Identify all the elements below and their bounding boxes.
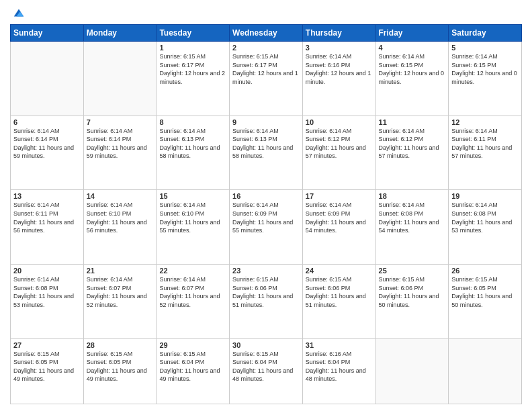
day-number: 9 xyxy=(232,118,300,126)
calendar-cell: 7Sunrise: 6:14 AM Sunset: 6:14 PM Daylig… xyxy=(83,116,157,190)
calendar-cell xyxy=(449,338,522,404)
day-number: 28 xyxy=(87,341,154,349)
logo xyxy=(10,7,25,19)
weekday-header-sunday: Sunday xyxy=(11,25,84,42)
day-info: Sunrise: 6:15 AM Sunset: 6:17 PM Dayligh… xyxy=(159,52,226,86)
calendar-cell: 23Sunrise: 6:15 AM Sunset: 6:06 PM Dayli… xyxy=(230,264,303,338)
calendar-cell: 22Sunrise: 6:14 AM Sunset: 6:07 PM Dayli… xyxy=(157,264,230,338)
day-info: Sunrise: 6:14 AM Sunset: 6:14 PM Dayligh… xyxy=(13,127,81,161)
day-info: Sunrise: 6:15 AM Sunset: 6:06 PM Dayligh… xyxy=(232,275,300,309)
calendar-cell: 1Sunrise: 6:15 AM Sunset: 6:17 PM Daylig… xyxy=(157,42,230,116)
day-number: 24 xyxy=(306,267,373,275)
day-info: Sunrise: 6:15 AM Sunset: 6:04 PM Dayligh… xyxy=(232,350,300,383)
weekday-header-friday: Friday xyxy=(375,25,449,42)
day-info: Sunrise: 6:14 AM Sunset: 6:08 PM Dayligh… xyxy=(451,201,519,234)
day-number: 3 xyxy=(306,44,373,52)
day-info: Sunrise: 6:14 AM Sunset: 6:10 PM Dayligh… xyxy=(159,201,226,234)
day-number: 29 xyxy=(159,341,226,349)
day-info: Sunrise: 6:15 AM Sunset: 6:05 PM Dayligh… xyxy=(87,350,154,383)
day-info: Sunrise: 6:14 AM Sunset: 6:10 PM Dayligh… xyxy=(87,201,154,234)
day-info: Sunrise: 6:14 AM Sunset: 6:14 PM Dayligh… xyxy=(87,127,154,161)
day-info: Sunrise: 6:15 AM Sunset: 6:04 PM Dayligh… xyxy=(159,350,226,383)
day-info: Sunrise: 6:14 AM Sunset: 6:13 PM Dayligh… xyxy=(232,127,300,161)
calendar-cell: 27Sunrise: 6:15 AM Sunset: 6:05 PM Dayli… xyxy=(11,338,84,404)
weekday-header-thursday: Thursday xyxy=(302,25,375,42)
calendar-cell: 5Sunrise: 6:14 AM Sunset: 6:15 PM Daylig… xyxy=(449,42,522,116)
calendar-cell xyxy=(375,338,449,404)
day-info: Sunrise: 6:14 AM Sunset: 6:08 PM Dayligh… xyxy=(13,275,81,309)
day-number: 22 xyxy=(159,267,226,275)
weekday-header-tuesday: Tuesday xyxy=(157,25,230,42)
day-number: 12 xyxy=(451,118,519,126)
day-number: 19 xyxy=(451,192,519,200)
calendar-cell: 19Sunrise: 6:14 AM Sunset: 6:08 PM Dayli… xyxy=(449,190,522,265)
day-number: 21 xyxy=(87,267,154,275)
day-info: Sunrise: 6:14 AM Sunset: 6:08 PM Dayligh… xyxy=(379,201,446,234)
week-row-2: 6Sunrise: 6:14 AM Sunset: 6:14 PM Daylig… xyxy=(11,116,522,190)
day-info: Sunrise: 6:15 AM Sunset: 6:05 PM Dayligh… xyxy=(13,350,81,383)
calendar-cell: 20Sunrise: 6:14 AM Sunset: 6:08 PM Dayli… xyxy=(11,264,84,338)
day-number: 5 xyxy=(451,44,519,52)
calendar-cell: 28Sunrise: 6:15 AM Sunset: 6:05 PM Dayli… xyxy=(83,338,157,404)
day-info: Sunrise: 6:14 AM Sunset: 6:09 PM Dayligh… xyxy=(232,201,300,234)
day-number: 6 xyxy=(13,118,81,126)
day-info: Sunrise: 6:14 AM Sunset: 6:15 PM Dayligh… xyxy=(451,52,519,86)
header xyxy=(10,7,522,19)
day-info: Sunrise: 6:14 AM Sunset: 6:12 PM Dayligh… xyxy=(306,127,373,161)
weekday-header-wednesday: Wednesday xyxy=(230,25,303,42)
calendar-cell: 10Sunrise: 6:14 AM Sunset: 6:12 PM Dayli… xyxy=(302,116,375,190)
week-row-4: 20Sunrise: 6:14 AM Sunset: 6:08 PM Dayli… xyxy=(11,264,522,338)
day-number: 8 xyxy=(159,118,226,126)
calendar-cell: 3Sunrise: 6:14 AM Sunset: 6:16 PM Daylig… xyxy=(302,42,375,116)
day-info: Sunrise: 6:14 AM Sunset: 6:07 PM Dayligh… xyxy=(87,275,154,309)
calendar-cell: 18Sunrise: 6:14 AM Sunset: 6:08 PM Dayli… xyxy=(375,190,449,265)
calendar-cell: 16Sunrise: 6:14 AM Sunset: 6:09 PM Dayli… xyxy=(230,190,303,265)
calendar-cell xyxy=(11,42,84,116)
day-info: Sunrise: 6:14 AM Sunset: 6:09 PM Dayligh… xyxy=(306,201,373,234)
calendar-cell xyxy=(83,42,157,116)
week-row-5: 27Sunrise: 6:15 AM Sunset: 6:05 PM Dayli… xyxy=(11,338,522,404)
logo-icon xyxy=(13,7,25,19)
calendar-cell: 13Sunrise: 6:14 AM Sunset: 6:11 PM Dayli… xyxy=(11,190,84,265)
day-number: 2 xyxy=(232,44,300,52)
weekday-header-saturday: Saturday xyxy=(449,25,522,42)
day-number: 30 xyxy=(232,341,300,349)
day-info: Sunrise: 6:15 AM Sunset: 6:06 PM Dayligh… xyxy=(306,275,373,309)
day-info: Sunrise: 6:15 AM Sunset: 6:06 PM Dayligh… xyxy=(379,275,446,309)
day-number: 13 xyxy=(13,192,81,200)
day-number: 20 xyxy=(13,267,81,275)
day-number: 25 xyxy=(379,267,446,275)
day-info: Sunrise: 6:14 AM Sunset: 6:13 PM Dayligh… xyxy=(159,127,226,161)
day-number: 10 xyxy=(306,118,373,126)
calendar-cell: 30Sunrise: 6:15 AM Sunset: 6:04 PM Dayli… xyxy=(230,338,303,404)
calendar-cell: 11Sunrise: 6:14 AM Sunset: 6:12 PM Dayli… xyxy=(375,116,449,190)
calendar-cell: 9Sunrise: 6:14 AM Sunset: 6:13 PM Daylig… xyxy=(230,116,303,190)
calendar-cell: 14Sunrise: 6:14 AM Sunset: 6:10 PM Dayli… xyxy=(83,190,157,265)
calendar-cell: 15Sunrise: 6:14 AM Sunset: 6:10 PM Dayli… xyxy=(157,190,230,265)
day-info: Sunrise: 6:16 AM Sunset: 6:04 PM Dayligh… xyxy=(306,350,373,383)
day-info: Sunrise: 6:14 AM Sunset: 6:15 PM Dayligh… xyxy=(379,52,446,86)
calendar-cell: 31Sunrise: 6:16 AM Sunset: 6:04 PM Dayli… xyxy=(302,338,375,404)
calendar-cell: 24Sunrise: 6:15 AM Sunset: 6:06 PM Dayli… xyxy=(302,264,375,338)
day-number: 26 xyxy=(451,267,519,275)
calendar-cell: 21Sunrise: 6:14 AM Sunset: 6:07 PM Dayli… xyxy=(83,264,157,338)
calendar-cell: 6Sunrise: 6:14 AM Sunset: 6:14 PM Daylig… xyxy=(11,116,84,190)
weekday-header-monday: Monday xyxy=(83,25,157,42)
day-number: 15 xyxy=(159,192,226,200)
calendar-cell: 12Sunrise: 6:14 AM Sunset: 6:11 PM Dayli… xyxy=(449,116,522,190)
day-info: Sunrise: 6:14 AM Sunset: 6:12 PM Dayligh… xyxy=(379,127,446,161)
calendar-cell: 25Sunrise: 6:15 AM Sunset: 6:06 PM Dayli… xyxy=(375,264,449,338)
day-number: 18 xyxy=(379,192,446,200)
weekday-header-row: SundayMondayTuesdayWednesdayThursdayFrid… xyxy=(11,25,522,42)
day-number: 27 xyxy=(13,341,81,349)
day-info: Sunrise: 6:14 AM Sunset: 6:16 PM Dayligh… xyxy=(306,52,373,86)
day-number: 31 xyxy=(306,341,373,349)
week-row-3: 13Sunrise: 6:14 AM Sunset: 6:11 PM Dayli… xyxy=(11,190,522,265)
calendar-cell: 8Sunrise: 6:14 AM Sunset: 6:13 PM Daylig… xyxy=(157,116,230,190)
page: SundayMondayTuesdayWednesdayThursdayFrid… xyxy=(0,0,532,411)
calendar-table: SundayMondayTuesdayWednesdayThursdayFrid… xyxy=(10,24,522,404)
day-number: 16 xyxy=(232,192,300,200)
calendar-cell: 29Sunrise: 6:15 AM Sunset: 6:04 PM Dayli… xyxy=(157,338,230,404)
day-info: Sunrise: 6:15 AM Sunset: 6:17 PM Dayligh… xyxy=(232,52,300,86)
week-row-1: 1Sunrise: 6:15 AM Sunset: 6:17 PM Daylig… xyxy=(11,42,522,116)
